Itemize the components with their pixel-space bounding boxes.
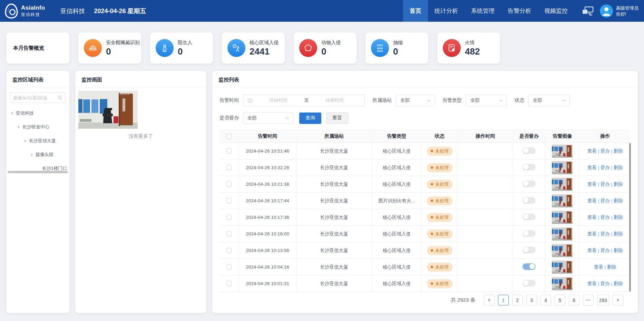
row-checkbox[interactable] xyxy=(226,198,232,203)
status-badge: 未处理 xyxy=(427,196,452,205)
action-link[interactable]: 删除 xyxy=(610,231,623,236)
cell-alert-time: 2024-04-26 10:17:44 xyxy=(238,193,296,209)
action-link[interactable]: 督办 xyxy=(597,148,610,154)
camera-search-input[interactable] xyxy=(13,95,57,100)
page-button-1[interactable]: 1 xyxy=(498,295,509,305)
tree-item-1[interactable]: ▼长沙研发中心 xyxy=(6,120,69,134)
caret-down-icon[interactable]: ▼ xyxy=(10,111,14,115)
tree-item-0[interactable]: ▼亚信科技 xyxy=(6,106,69,120)
supervise-toggle[interactable] xyxy=(523,164,536,171)
status-select[interactable]: 全部 xyxy=(528,95,570,106)
cell-alert-type: 核心区域入侵 xyxy=(372,259,421,275)
alert-thumbnail-image[interactable] xyxy=(552,161,573,174)
page-button-4[interactable]: 4 xyxy=(540,295,551,305)
action-link[interactable]: 删除 xyxy=(610,148,623,154)
search-button[interactable]: 查询 xyxy=(299,113,321,124)
table-row: 2024-04-26 10:32:28长沙亚信大厦核心区域入侵未处理查看督办删除 xyxy=(219,159,630,176)
date-range-input[interactable]: 开始时间 至 结束时间 xyxy=(243,95,365,106)
action-link[interactable]: 督办 xyxy=(597,248,610,253)
supervise-toggle[interactable] xyxy=(523,197,536,204)
nav-item-4[interactable]: 视频监控 xyxy=(538,0,574,22)
row-checkbox[interactable] xyxy=(226,264,232,270)
alert-thumbnail-image[interactable] xyxy=(552,178,573,191)
caret-down-icon[interactable]: ▼ xyxy=(23,139,27,143)
action-link[interactable]: 删除 xyxy=(610,165,623,170)
action-link[interactable]: 督办 xyxy=(597,165,610,170)
start-time-placeholder[interactable]: 开始时间 xyxy=(253,97,304,104)
next-page-button[interactable]: › xyxy=(613,295,623,305)
nav-item-0[interactable]: 首页 xyxy=(403,0,428,22)
nav-item-1[interactable]: 统计分析 xyxy=(428,0,465,22)
action-link[interactable]: 删除 xyxy=(610,215,623,220)
page-button-5[interactable]: 5 xyxy=(555,295,565,305)
cell-alert-type: 核心区域入侵 xyxy=(372,159,421,176)
action-link[interactable]: 删除 xyxy=(610,182,623,187)
action-link[interactable]: 督办 xyxy=(597,182,610,187)
action-link[interactable]: 查看 xyxy=(594,264,603,270)
tree-item-2[interactable]: ▼长沙亚信大厦 xyxy=(6,134,69,148)
row-checkbox[interactable] xyxy=(226,182,232,187)
avatar[interactable] xyxy=(600,4,613,18)
supervise-toggle[interactable] xyxy=(523,230,536,237)
nav-item-2[interactable]: 系统管理 xyxy=(465,0,501,22)
end-time-placeholder[interactable]: 结束时间 xyxy=(309,97,361,104)
camera-snapshot[interactable]: 2024-04-26 xyxy=(78,91,138,129)
station-select[interactable]: 全部 xyxy=(396,95,435,106)
row-checkbox[interactable] xyxy=(226,248,232,253)
supervise-toggle[interactable] xyxy=(523,247,536,253)
prev-page-button[interactable]: ‹ xyxy=(484,295,495,305)
alert-thumbnail-image[interactable] xyxy=(552,227,573,241)
row-checkbox[interactable] xyxy=(226,215,232,220)
alert-thumbnail-image[interactable] xyxy=(552,261,573,274)
alert-thumbnail-image[interactable] xyxy=(552,194,573,207)
supervise-toggle[interactable] xyxy=(523,214,536,220)
action-link[interactable]: 督办 xyxy=(597,231,610,236)
row-checkbox[interactable] xyxy=(226,231,232,236)
action-link[interactable]: 删除 xyxy=(610,198,623,203)
action-link[interactable]: 查看 xyxy=(587,231,597,236)
action-link[interactable]: 督办 xyxy=(597,198,610,203)
action-link[interactable]: 查看 xyxy=(587,165,597,170)
alert-type-select[interactable]: 全部 xyxy=(466,95,507,106)
supervise-toggle[interactable] xyxy=(523,181,536,187)
alert-thumbnail-image[interactable] xyxy=(552,244,573,257)
supervise-toggle[interactable] xyxy=(523,263,536,270)
page-button-6[interactable]: 6 xyxy=(569,295,579,305)
action-link[interactable]: 督办 xyxy=(597,281,610,286)
action-link[interactable]: 删除 xyxy=(610,248,623,253)
vertical-scrollbar[interactable] xyxy=(629,143,631,292)
page-button-3[interactable]: 3 xyxy=(526,295,537,305)
row-checkbox[interactable] xyxy=(226,281,232,286)
alert-thumbnail-image[interactable] xyxy=(552,145,573,158)
tree-item-4[interactable]: 长沙1楼门口 xyxy=(6,162,69,175)
horizontal-scrollbar[interactable] xyxy=(8,171,68,173)
action-link[interactable]: 查看 xyxy=(587,215,597,220)
supervise-toggle[interactable] xyxy=(523,280,536,286)
action-link[interactable]: 删除 xyxy=(603,264,616,270)
action-link[interactable]: 删除 xyxy=(610,281,623,286)
action-link[interactable]: 查看 xyxy=(587,148,597,154)
alert-thumbnail-image[interactable] xyxy=(552,211,573,224)
alert-thumbnail-image[interactable] xyxy=(552,277,573,290)
page-button-2[interactable]: 2 xyxy=(512,295,523,305)
action-link[interactable]: 查看 xyxy=(587,281,597,286)
tree-item-3[interactable]: ▼摄像头组 xyxy=(6,148,69,162)
status-dot-icon xyxy=(431,249,433,252)
multi-screen-icon[interactable] xyxy=(582,6,594,16)
supervise-select[interactable]: 全部 xyxy=(243,112,293,124)
caret-down-icon[interactable]: ▼ xyxy=(17,125,20,129)
alert-overview-row: 本月告警概览 安全帽佩戴识别0陌生人0核心区域入侵2441动物入侵0AAAAAA… xyxy=(6,32,638,64)
row-checkbox[interactable] xyxy=(226,148,232,154)
page-button-293[interactable]: 293 xyxy=(597,295,609,305)
caret-down-icon[interactable]: ▼ xyxy=(30,153,33,157)
row-checkbox[interactable] xyxy=(226,165,232,170)
select-all-checkbox[interactable] xyxy=(226,134,232,139)
reset-button[interactable]: 重置 xyxy=(326,113,348,124)
action-link[interactable]: 查看 xyxy=(587,182,597,187)
page-ellipsis[interactable]: ••• xyxy=(583,295,594,305)
supervise-toggle[interactable] xyxy=(523,147,536,154)
nav-item-3[interactable]: 告警分析 xyxy=(501,0,538,22)
action-link[interactable]: 督办 xyxy=(597,215,610,220)
action-link[interactable]: 查看 xyxy=(587,248,597,253)
action-link[interactable]: 查看 xyxy=(587,198,597,203)
